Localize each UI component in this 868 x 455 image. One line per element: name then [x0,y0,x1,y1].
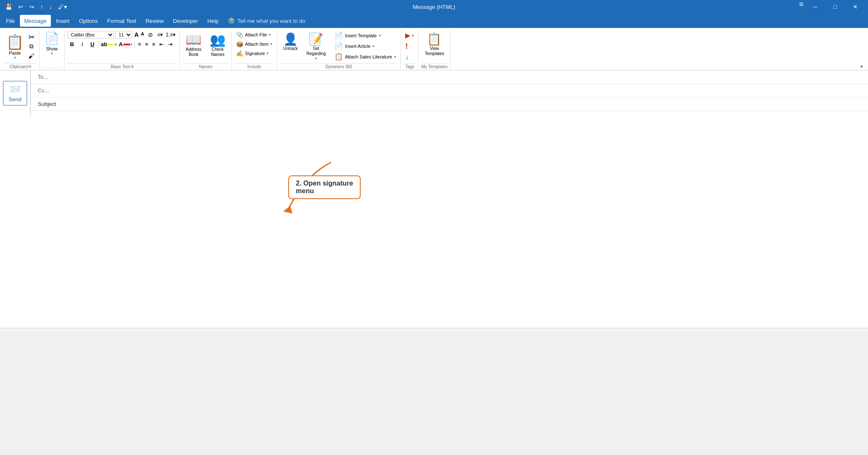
highlight-color-button[interactable]: ab ▾ [101,41,117,47]
subject-input[interactable] [65,99,868,109]
show-dropdown-arrow[interactable]: ▾ [51,51,53,55]
collapse-ribbon-button[interactable]: ▲ [857,62,866,70]
font-color-button[interactable]: A ▾ [119,41,132,47]
cut-button[interactable]: ✂ [26,33,36,42]
set-regarding-button[interactable]: 📝 SetRegarding ▾ [303,31,329,62]
attach-sales-literature-button[interactable]: 📋 Attach Sales Literature ▾ [333,52,398,61]
paste-icon: 📋 [6,33,24,50]
highlight-swatch [108,44,114,45]
align-left-button[interactable]: ≡ [136,40,143,48]
my-templates-label: My Templates [421,63,448,69]
bold-button[interactable]: B [67,40,77,48]
numbering-button[interactable]: 1.≡▾ [164,31,177,39]
attach-file-button[interactable]: 📎 Attach File ▾ [234,31,274,39]
show-button[interactable]: 📄 Show ▾ [42,31,62,56]
menu-options[interactable]: Options [75,15,102,27]
menu-file[interactable]: File [2,15,19,27]
menu-review[interactable]: Review [141,15,168,27]
redo-icon[interactable]: ↪ [28,3,36,11]
undo-icon[interactable]: ↩ [17,3,25,11]
font-size-select[interactable]: 11 [115,31,132,39]
check-names-icon: 👥 [210,32,225,47]
address-book-icon: 📖 [186,32,201,47]
send-icon: 📨 [9,84,21,95]
address-book-button[interactable]: 📖 AddressBook [182,31,205,59]
dynamics365-label: Dynamics 365 [280,63,398,69]
send-label: Send [8,96,21,103]
email-header-area: 📨 Send To... Cc... Subject [0,70,868,116]
email-compose-area: 📨 Send To... Cc... Subject 2. Open signa… [0,70,868,328]
tell-me-label[interactable]: Tell me what you want to do [237,18,305,24]
save-icon[interactable]: 💾 [3,3,14,11]
format-painter-button[interactable]: 🖌 [26,52,36,60]
basic-text-label: Basic Text ⧉ [67,63,177,69]
my-templates-group: 📋 ViewTemplates My Templates [419,30,451,70]
clipboard-expand-icon[interactable]: ⧉ [28,64,31,69]
view-templates-button[interactable]: 📋 ViewTemplates [421,31,448,58]
signature-button[interactable]: ✍ Signature ▾ [234,49,274,58]
ribbon: 📋 Paste ▾ ✂ ⧉ 🖌 Clipboard ⧉ 📄 Show ▾ [0,28,868,70]
close-button[interactable]: ✕ [846,0,865,14]
italic-button[interactable]: I [78,40,87,48]
low-importance-button[interactable]: ↓ [403,53,416,62]
align-center-button[interactable]: ≡ [143,40,150,48]
dynamics365-group: 👤 Untrack 📝 SetRegarding ▾ 📄 Insert Temp… [277,30,401,70]
font-family-select[interactable]: Calibri (Boc [67,31,114,39]
increase-indent-button[interactable]: ⇥ [166,40,174,48]
attach-sales-literature-icon: 📋 [334,53,343,61]
check-names-button[interactable]: 👥 CheckNames [206,31,229,59]
menu-developer[interactable]: Developer [169,15,202,27]
menu-insert[interactable]: Insert [52,15,74,27]
names-label: Names [182,63,229,69]
cc-input[interactable] [65,86,868,95]
insert-template-button[interactable]: 📄 Insert Template ▾ [333,31,398,40]
high-importance-icon: ! [405,42,408,51]
menu-format-text[interactable]: Format Text [103,15,140,27]
font-shrink-button[interactable]: A [140,31,145,39]
menu-message[interactable]: Message [20,15,51,27]
font-grow-button[interactable]: A [134,31,139,39]
svg-text:💡: 💡 [229,18,234,24]
up-icon[interactable]: ↑ [39,3,45,11]
signature-icon: ✍ [236,50,243,57]
to-label[interactable]: To... [31,74,65,80]
paste-dropdown-arrow[interactable]: ▾ [14,55,16,60]
email-fields: To... Cc... Subject [31,70,868,116]
attach-file-label: Attach File [245,32,267,37]
cc-label[interactable]: Cc... [31,87,65,94]
basic-text-group: Calibri (Boc 11 A A ⊘ ≡▾ 1.≡▾ B I U [65,30,180,70]
show-label: Show [46,46,58,51]
attach-item-button[interactable]: 📦 Attach Item ▾ [234,40,274,48]
high-importance-button[interactable]: ! [403,41,416,52]
separator [99,41,99,48]
paste-button[interactable]: 📋 Paste ▾ [4,33,25,61]
include-label: Include [234,63,274,69]
decrease-indent-button[interactable]: ⇤ [158,40,166,48]
clear-format-button[interactable]: ⊘ [146,31,155,39]
email-body[interactable]: 2. Open signaturemenu [0,116,868,328]
view-templates-label: ViewTemplates [425,46,444,56]
align-right-button[interactable]: ≡ [150,40,157,48]
attach-item-icon: 📦 [236,41,243,47]
tell-me-input[interactable]: 💡 Tell me what you want to do [228,17,305,24]
copy-button[interactable]: ⧉ [26,42,36,51]
customize-icon[interactable]: 🖊▾ [56,3,69,11]
down-icon[interactable]: ↓ [47,3,54,11]
maximize-button[interactable]: □ [826,0,845,14]
subject-label[interactable]: Subject [31,101,65,107]
title-bar: 💾 ↩ ↪ ↑ ↓ 🖊▾ Message (HTML) ⧉ ─ □ ✕ [0,0,868,14]
title-bar-title: Message (HTML) [413,4,455,10]
signature-label: Signature [245,51,265,56]
underline-button[interactable]: U [88,40,97,48]
bullets-button[interactable]: ≡▾ [156,31,164,39]
insert-article-button[interactable]: 📄 Insert Article ▾ [333,41,398,51]
menu-help[interactable]: Help [203,15,223,27]
to-input[interactable] [65,72,868,82]
send-button[interactable]: 📨 Send [3,81,27,105]
basic-text-expand-icon[interactable]: ⧉ [131,64,134,69]
attach-file-icon: 📎 [236,31,243,38]
restore-icon[interactable]: ⧉ [798,0,805,14]
follow-up-button[interactable]: ▶ ▾ [403,31,416,40]
minimize-button[interactable]: ─ [806,0,825,14]
untrack-button[interactable]: 👤 Untrack [280,31,301,62]
